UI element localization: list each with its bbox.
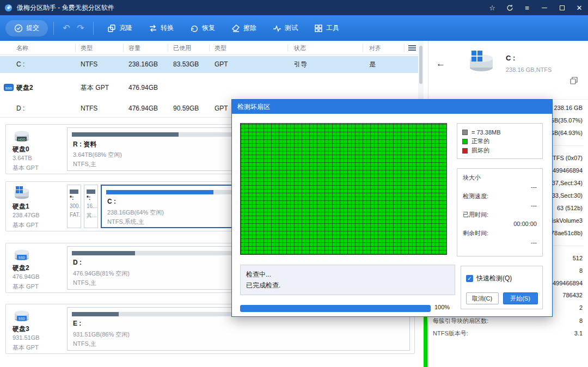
recover-label: 恢复 xyxy=(202,23,215,33)
disk-scheme: 基本 GPT xyxy=(13,283,39,291)
partition-size: 931.51GB(86% 空闲) xyxy=(73,331,130,339)
clone-button[interactable]: 克隆 xyxy=(99,15,140,41)
stat-elapsed-value: 00:00:00 xyxy=(463,219,537,229)
test-button[interactable]: 测试 xyxy=(265,15,306,41)
submit-button[interactable]: 提交 xyxy=(5,20,48,36)
status-line-2: 已完成检查. xyxy=(246,280,449,291)
partition-disk-icon xyxy=(467,50,496,75)
usage-bar xyxy=(70,189,78,194)
tools-button[interactable]: 工具 xyxy=(306,15,347,41)
cell-used: 90.59GB xyxy=(173,100,199,117)
cell-type: GPT xyxy=(215,100,228,117)
col-type2[interactable]: 类型 xyxy=(215,44,226,52)
cell-name: 硬盘2 xyxy=(16,79,33,96)
col-status[interactable]: 状态 xyxy=(294,44,306,52)
app-window: 傲梅分区助手 - 免费无损分区软件 ☆ ≡ ✕ 提交 ↶ ↷ 克隆 转换 xyxy=(0,0,588,367)
sector-scan-grid xyxy=(240,123,447,255)
ssd-disk-icon: SSD xyxy=(13,247,31,264)
disk-size: 931.51GB xyxy=(13,334,40,341)
quick-check-checkbox[interactable]: ✓ 快速检测(Q) xyxy=(466,274,512,283)
cell-used: 83.53GB xyxy=(173,56,199,73)
property-row: 每簇引导块的扇区数:8 xyxy=(433,315,583,326)
normal-block-swatch xyxy=(462,139,468,144)
bad-block-swatch xyxy=(462,148,468,154)
table-header: 名称 类型 容量 已使用 类型 状态 对齐 xyxy=(0,41,419,55)
check-circle-icon xyxy=(14,24,23,33)
col-type[interactable]: 类型 xyxy=(81,44,93,52)
svg-text:SSD: SSD xyxy=(19,317,26,320)
col-aligned[interactable]: 对齐 xyxy=(369,44,381,52)
cell-capacity: 238.16GB xyxy=(128,56,158,73)
maximize-button[interactable] xyxy=(553,0,571,15)
cell-fs: NTFS xyxy=(81,56,97,73)
recover-icon xyxy=(190,24,199,33)
cancel-button[interactable]: 取消(C) xyxy=(466,292,499,304)
minimize-button[interactable] xyxy=(536,0,553,15)
col-name[interactable]: 名称 xyxy=(16,44,28,52)
toolbar-separator xyxy=(53,22,54,35)
table-row-disk2[interactable]: SSD 硬盘2 基本 GPT 476.94GB xyxy=(0,79,419,96)
partition-size: 16... xyxy=(87,203,97,209)
disk-scheme: 基本 GPT xyxy=(13,221,39,229)
ssd-disk-icon: SSD xyxy=(13,308,31,325)
stat-speed-label: 检测速度: xyxy=(463,192,537,201)
favorite-star-icon[interactable]: ☆ xyxy=(483,0,501,15)
col-used[interactable]: 已使用 xyxy=(173,44,191,52)
cell-type: GPT xyxy=(215,56,228,73)
partition-fs: NTFS,主 xyxy=(73,340,96,348)
recover-button[interactable]: 恢复 xyxy=(182,15,223,41)
test-icon xyxy=(273,24,281,33)
bad-block-label: 损坏的 xyxy=(471,146,489,155)
scan-legend: = 73.38MB 正常的 损坏的 xyxy=(457,123,543,159)
dialog-titlebar[interactable]: 检测坏扇区 xyxy=(232,100,552,114)
disk-size: 238.47GB xyxy=(13,212,40,218)
partition-fs: 其... xyxy=(87,212,96,219)
partition-fs: FAT... xyxy=(70,212,81,218)
unit-block-label: = 73.38MB xyxy=(471,129,501,136)
convert-button[interactable]: 转换 xyxy=(140,15,182,41)
selected-partition-subtitle: 238.16 GB,NTFS xyxy=(506,66,552,73)
usage-bar xyxy=(87,189,95,194)
cell-capacity: 476.94GB xyxy=(128,79,158,96)
wipe-icon xyxy=(231,24,240,33)
refresh-icon[interactable] xyxy=(501,0,518,15)
partition-reserved-2[interactable]: *: 16... 其... xyxy=(84,185,98,228)
progress-percent: 100% xyxy=(434,304,450,310)
stat-remaining-label: 剩余时间: xyxy=(463,229,537,238)
stat-block-size-value: --- xyxy=(463,182,537,192)
app-logo-icon xyxy=(4,4,13,12)
back-arrow-icon[interactable]: ← xyxy=(436,58,445,69)
disk-name: 硬盘2 xyxy=(13,264,29,273)
menu-icon[interactable]: ≡ xyxy=(518,0,536,15)
wipe-button[interactable]: 擦除 xyxy=(223,15,265,41)
scrollbar-thumb[interactable] xyxy=(419,46,422,84)
unit-block-swatch xyxy=(462,130,468,135)
partition-fs: NTFS,系统,主 xyxy=(107,218,144,226)
table-row-c[interactable]: C : NTFS 238.16GB 83.53GB GPT 引导 是 xyxy=(0,56,419,73)
stat-block-size-label: 块大小 xyxy=(463,173,537,182)
partition-reserved-1[interactable]: *: 300... FAT... xyxy=(67,185,81,228)
convert-label: 转换 xyxy=(161,23,174,33)
stat-speed-value: --- xyxy=(463,201,537,210)
disk-scheme: 基本 GPT xyxy=(13,344,39,352)
test-label: 测试 xyxy=(285,23,298,33)
hdd-disk-icon: HDD xyxy=(13,128,31,145)
close-button[interactable]: ✕ xyxy=(571,0,588,15)
redo-button[interactable]: ↷ xyxy=(74,23,88,33)
svg-text:SSD: SSD xyxy=(19,256,26,259)
scan-stats: 块大小--- 检测速度:--- 已用时间:00:00:00 剩余时间:--- xyxy=(457,168,543,256)
start-button[interactable]: 开始(S) xyxy=(503,292,538,304)
clone-label: 克隆 xyxy=(119,23,132,33)
copy-icon[interactable] xyxy=(570,77,578,87)
stat-elapsed-label: 已用时间: xyxy=(463,210,537,219)
titlebar: 傲梅分区助手 - 免费无损分区软件 ☆ ≡ ✕ xyxy=(0,0,588,15)
normal-block-label: 正常的 xyxy=(471,137,489,145)
col-capacity[interactable]: 容量 xyxy=(128,44,140,52)
list-view-icon[interactable] xyxy=(408,45,416,52)
status-line-1: 检查中... xyxy=(246,269,449,280)
convert-icon xyxy=(149,24,157,33)
cell-capacity: 476.94GB xyxy=(128,100,158,117)
partition-label: R : 资料 xyxy=(73,140,96,149)
scan-progress-bar xyxy=(240,305,431,312)
undo-button[interactable]: ↶ xyxy=(59,23,74,33)
